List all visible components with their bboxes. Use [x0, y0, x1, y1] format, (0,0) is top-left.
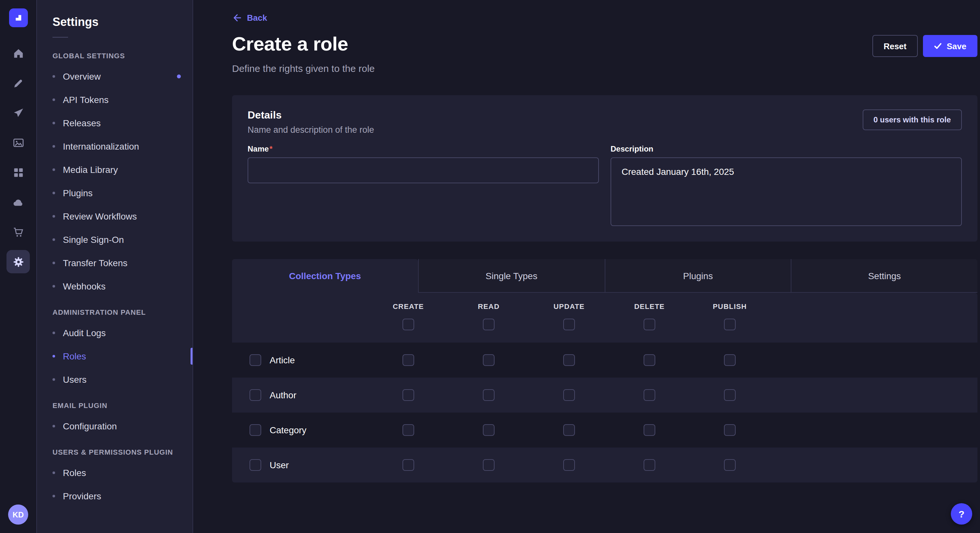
tab-collection-types[interactable]: Collection Types — [232, 259, 418, 293]
article-publish-checkbox[interactable] — [724, 354, 736, 366]
article-create-checkbox[interactable] — [402, 354, 414, 366]
bullet-icon — [52, 355, 55, 357]
sidebar-item-api-tokens[interactable]: API Tokens — [37, 88, 192, 111]
name-label: Name* — [248, 144, 599, 154]
sidebar-item-releases[interactable]: Releases — [37, 111, 192, 135]
bullet-icon — [52, 378, 55, 381]
category-update-checkbox[interactable] — [563, 424, 575, 436]
sidebar-item-webhooks[interactable]: Webhooks — [37, 274, 192, 298]
details-card: Details Name and description of the role… — [232, 95, 977, 241]
bullet-icon — [52, 75, 55, 78]
reset-button[interactable]: Reset — [872, 35, 918, 57]
strapi-logo-icon — [13, 13, 23, 23]
description-textarea[interactable]: Created January 16th, 2025 — [611, 157, 962, 226]
bullet-icon — [52, 215, 55, 217]
sidebar-item-configuration[interactable]: Configuration — [37, 414, 192, 438]
user-delete-checkbox[interactable] — [644, 459, 655, 471]
article-read-checkbox[interactable] — [483, 354, 495, 366]
content-type-builder-icon[interactable] — [6, 160, 30, 184]
select-all-create-checkbox[interactable] — [402, 319, 414, 330]
user-update-checkbox[interactable] — [563, 459, 575, 471]
help-button[interactable]: ? — [951, 503, 972, 525]
author-update-checkbox[interactable] — [563, 389, 575, 401]
article-update-checkbox[interactable] — [563, 354, 575, 366]
category-select-all-checkbox[interactable] — [250, 424, 261, 436]
back-link[interactable]: Back — [232, 13, 267, 23]
header-actions: Reset Save — [872, 35, 977, 57]
user-avatar[interactable]: KD — [8, 504, 28, 525]
details-title: Details — [248, 109, 374, 121]
cloud-icon[interactable] — [6, 190, 30, 214]
author-create-checkbox[interactable] — [402, 389, 414, 401]
description-label: Description — [611, 144, 962, 154]
article-delete-checkbox[interactable] — [644, 354, 655, 366]
bullet-icon — [52, 145, 55, 148]
author-delete-checkbox[interactable] — [644, 389, 655, 401]
sidebar-title: Settings — [37, 16, 192, 29]
bullet-icon — [52, 285, 55, 287]
name-input[interactable] — [248, 157, 599, 183]
section-heading-users-permissions-plugin: USERS & PERMISSIONS PLUGIN — [37, 438, 192, 461]
author-select-all-checkbox[interactable] — [250, 389, 261, 401]
bullet-icon — [52, 98, 55, 101]
sidebar-item-roles-admin[interactable]: Roles — [37, 344, 192, 368]
article-select-all-checkbox[interactable] — [250, 354, 261, 366]
sidebar-item-users[interactable]: Users — [37, 368, 192, 391]
permissions-card: Collection Types Single Types Plugins Se… — [232, 259, 977, 482]
category-delete-checkbox[interactable] — [644, 424, 655, 436]
select-all-publish-checkbox[interactable] — [724, 319, 736, 330]
paper-plane-icon[interactable] — [6, 101, 30, 124]
sidebar-item-single-sign-on[interactable]: Single Sign-On — [37, 228, 192, 251]
sidebar-item-providers[interactable]: Providers — [37, 484, 192, 508]
rail-nav-items — [6, 41, 30, 273]
sidebar-item-transfer-tokens[interactable]: Transfer Tokens — [37, 251, 192, 274]
page-subtitle: Define the rights given to the role — [232, 63, 977, 74]
users-with-role-button[interactable]: 0 users with this role — [862, 109, 962, 130]
content-type-name: Author — [270, 390, 296, 400]
tab-plugins[interactable]: Plugins — [605, 259, 791, 293]
bullet-icon — [52, 262, 55, 264]
author-publish-checkbox[interactable] — [724, 389, 736, 401]
user-select-all-checkbox[interactable] — [250, 459, 261, 471]
category-read-checkbox[interactable] — [483, 424, 495, 436]
pen-icon[interactable] — [6, 71, 30, 95]
details-fields: Name* Description Created January 16th, … — [248, 144, 962, 226]
strapi-admin-app: KD Settings GLOBAL SETTINGS Overview API… — [0, 0, 980, 533]
select-all-read-checkbox[interactable] — [483, 319, 495, 330]
sidebar-item-review-workflows[interactable]: Review Workflows — [37, 205, 192, 228]
author-read-checkbox[interactable] — [483, 389, 495, 401]
column-header-delete: DELETE — [609, 303, 690, 310]
category-publish-checkbox[interactable] — [724, 424, 736, 436]
sidebar-item-overview[interactable]: Overview — [37, 65, 192, 88]
permission-row-category: Category — [232, 412, 977, 447]
details-subtitle: Name and description of the role — [248, 125, 374, 135]
select-all-delete-checkbox[interactable] — [644, 319, 655, 330]
sidebar-item-plugins[interactable]: Plugins — [37, 181, 192, 205]
media-library-icon[interactable] — [6, 131, 30, 154]
user-publish-checkbox[interactable] — [724, 459, 736, 471]
sidebar-item-roles-up[interactable]: Roles — [37, 461, 192, 484]
permissions-table-header: CREATE READ UPDATE DELETE PUBLISH — [232, 293, 977, 343]
sidebar-item-media-library[interactable]: Media Library — [37, 158, 192, 181]
sidebar-divider — [52, 37, 68, 38]
save-button[interactable]: Save — [923, 35, 977, 57]
strapi-logo[interactable] — [9, 8, 27, 27]
bullet-icon — [52, 495, 55, 497]
tab-single-types[interactable]: Single Types — [418, 259, 605, 293]
main-nav-rail: KD — [0, 0, 37, 533]
permissions-tabs: Collection Types Single Types Plugins Se… — [232, 259, 977, 293]
select-all-update-checkbox[interactable] — [563, 319, 575, 330]
category-create-checkbox[interactable] — [402, 424, 414, 436]
bullet-icon — [52, 425, 55, 427]
user-create-checkbox[interactable] — [402, 459, 414, 471]
sidebar-item-internationalization[interactable]: Internationalization — [37, 135, 192, 158]
sidebar-item-audit-logs[interactable]: Audit Logs — [37, 321, 192, 344]
home-icon[interactable] — [6, 41, 30, 65]
settings-gear-icon[interactable] — [6, 250, 30, 273]
marketplace-cart-icon[interactable] — [6, 220, 30, 244]
user-read-checkbox[interactable] — [483, 459, 495, 471]
section-heading-global-settings: GLOBAL SETTINGS — [37, 41, 192, 65]
tab-settings[interactable]: Settings — [791, 259, 978, 293]
check-icon — [934, 42, 942, 50]
content-type-name: Category — [270, 425, 307, 435]
